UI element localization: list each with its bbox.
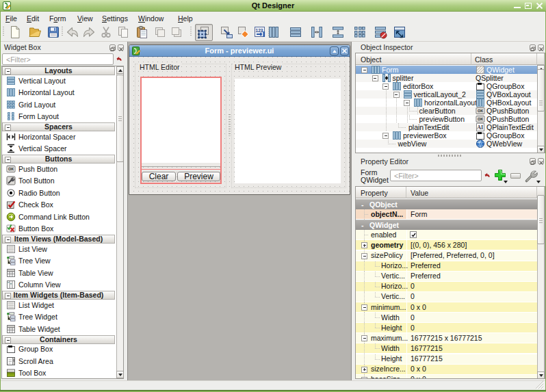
svg-text:123: 123 [256, 28, 263, 33]
svg-text:OK: OK [8, 167, 14, 171]
svg-text:OK: OK [478, 109, 483, 113]
svg-text:AI: AI [477, 125, 483, 131]
svg-text:OK: OK [478, 117, 483, 121]
